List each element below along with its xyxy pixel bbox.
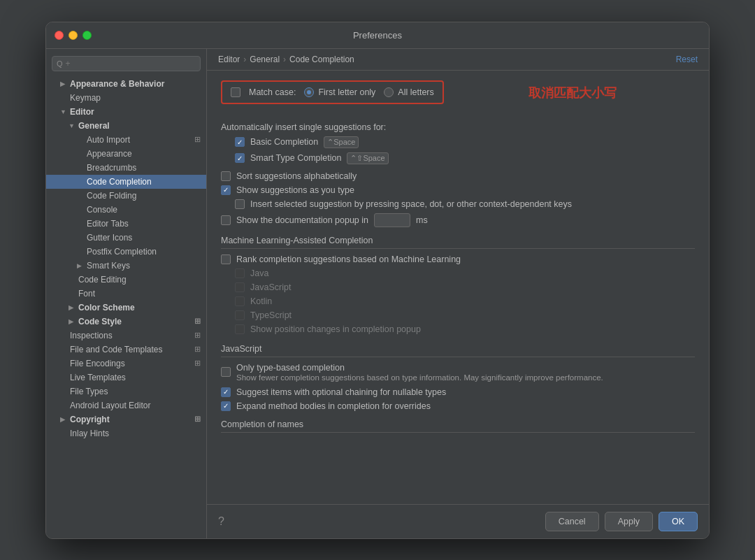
- minimize-button[interactable]: [69, 31, 78, 40]
- sidebar-item-copyright[interactable]: ▶ Copyright ⊞: [46, 412, 206, 426]
- doc-popup-ms-input[interactable]: 1000: [374, 213, 410, 227]
- main-content: Q ▶ Appearance & Behavior ▶ Keymap ▼ Edi…: [46, 49, 709, 538]
- only-type-based-row: Only type-based completion Show fewer co…: [221, 363, 695, 382]
- sidebar-item-appearance[interactable]: ▶ Appearance: [46, 147, 206, 161]
- show-doc-popup-checkbox[interactable]: [221, 215, 231, 225]
- search-icon: Q: [57, 59, 63, 68]
- suggest-chaining-checkbox[interactable]: [221, 387, 231, 397]
- show-doc-popup-row: Show the documentation popup in 1000 ms: [221, 213, 695, 227]
- expand-method-label: Expand method bodies in completion for o…: [236, 401, 431, 411]
- kotlin-checkbox[interactable]: [235, 296, 245, 306]
- radio-first-letter[interactable]: [304, 87, 314, 97]
- dialog-title: Preferences: [353, 30, 402, 41]
- arrow-icon: ▶: [77, 262, 84, 269]
- sidebar-item-inspections[interactable]: ▶ Inspections ⊞: [46, 329, 206, 343]
- sidebar-item-appearance-behavior[interactable]: ▶ Appearance & Behavior: [46, 77, 206, 91]
- ok-button[interactable]: OK: [659, 512, 698, 531]
- close-button[interactable]: [55, 31, 64, 40]
- match-case-box: Match case: First letter only All letter…: [221, 80, 444, 104]
- cancel-button[interactable]: Cancel: [545, 512, 599, 531]
- search-box[interactable]: Q: [52, 56, 201, 71]
- insert-selected-row: Insert selected suggestion by pressing s…: [221, 199, 695, 209]
- java-label: Java: [250, 268, 268, 278]
- title-bar: Preferences: [46, 22, 709, 49]
- sidebar-item-file-code-templates[interactable]: ▶ File and Code Templates ⊞: [46, 343, 206, 357]
- sidebar-item-keymap[interactable]: ▶ Keymap: [46, 91, 206, 105]
- breadcrumb-editor: Editor: [218, 55, 240, 64]
- arrow-icon: ▶: [69, 318, 76, 325]
- show-position-checkbox[interactable]: [235, 324, 245, 334]
- typescript-label: TypeScript: [250, 310, 292, 320]
- ml-section-header: Machine Learning-Assisted Completion: [221, 236, 695, 249]
- sidebar-item-file-types[interactable]: ▶ File Types: [46, 385, 206, 399]
- sidebar-item-code-folding[interactable]: ▶ Code Folding: [46, 189, 206, 203]
- sidebar-item-editor-tabs[interactable]: ▶ Editor Tabs: [46, 217, 206, 231]
- expand-method-checkbox[interactable]: [221, 401, 231, 411]
- radio-all-letters[interactable]: [384, 87, 394, 97]
- apply-button[interactable]: Apply: [605, 512, 653, 531]
- sidebar-item-general[interactable]: ▼ General: [46, 119, 206, 133]
- doc-icon: ⊞: [194, 331, 201, 340]
- sidebar-item-file-encodings[interactable]: ▶ File Encodings ⊞: [46, 357, 206, 371]
- reset-button[interactable]: Reset: [676, 55, 698, 64]
- only-type-based-checkbox[interactable]: [221, 367, 231, 377]
- sidebar-item-code-style[interactable]: ▶ Code Style ⊞: [46, 315, 206, 329]
- arrow-icon: ▼: [69, 122, 76, 129]
- doc-icon: ⊞: [194, 317, 201, 326]
- javascript-ml-row: JavaScript: [221, 282, 695, 292]
- show-suggestions-checkbox[interactable]: [221, 185, 231, 195]
- show-suggestions-label: Show suggestions as you type: [236, 185, 354, 195]
- sidebar-item-breadcrumbs[interactable]: ▶ Breadcrumbs: [46, 161, 206, 175]
- rank-ml-checkbox[interactable]: [221, 254, 231, 264]
- sort-alpha-row: Sort suggestions alphabetically: [221, 171, 695, 181]
- insert-selected-label: Insert selected suggestion by pressing s…: [250, 199, 572, 209]
- smart-type-shortcut: ⌃⇧Space: [347, 152, 388, 164]
- js-section-header: JavaScript: [221, 344, 695, 357]
- typescript-checkbox[interactable]: [235, 310, 245, 320]
- sort-alpha-checkbox[interactable]: [221, 171, 231, 181]
- breadcrumb-sep1: ›: [243, 55, 246, 64]
- suggest-chaining-label: Suggest items with optional chaining for…: [236, 387, 446, 397]
- doc-icon: ⊞: [194, 415, 201, 424]
- radio-first-letter-label: First letter only: [318, 87, 375, 97]
- java-checkbox[interactable]: [235, 268, 245, 278]
- javascript-ml-checkbox[interactable]: [235, 282, 245, 292]
- ms-unit-label: ms: [416, 215, 428, 225]
- sidebar-item-code-editing[interactable]: ▶ Code Editing: [46, 273, 206, 287]
- sidebar-item-editor[interactable]: ▼ Editor: [46, 105, 206, 119]
- breadcrumb-sep2: ›: [283, 55, 286, 64]
- insert-selected-checkbox[interactable]: [235, 199, 245, 209]
- sidebar-item-color-scheme[interactable]: ▶ Color Scheme: [46, 301, 206, 315]
- match-case-checkbox[interactable]: [231, 87, 240, 97]
- completion-names-header: Completion of names: [221, 419, 695, 433]
- preferences-dialog: Preferences Q ▶ Appearance & Behavior ▶ …: [45, 22, 710, 539]
- breadcrumb: Editor › General › Code Completion: [218, 55, 354, 64]
- window-controls: [55, 31, 92, 40]
- help-icon[interactable]: ?: [218, 515, 224, 528]
- sidebar-item-console[interactable]: ▶ Console: [46, 203, 206, 217]
- sidebar-item-code-completion[interactable]: ▶ Code Completion: [46, 175, 206, 189]
- show-doc-popup-label: Show the documentation popup in: [236, 215, 368, 225]
- auto-insert-label: Automatically insert single suggestions …: [221, 122, 386, 132]
- show-position-label: Show position changes in completion popu…: [250, 324, 421, 334]
- sidebar-item-auto-import[interactable]: ▶ Auto Import ⊞: [46, 133, 206, 147]
- only-type-based-content: Only type-based completion Show fewer co…: [236, 363, 603, 382]
- basic-completion-label: Basic Completion: [250, 137, 318, 147]
- javascript-ml-label: JavaScript: [250, 282, 291, 292]
- smart-type-checkbox[interactable]: [235, 153, 245, 163]
- maximize-button[interactable]: [82, 31, 92, 40]
- search-input[interactable]: [66, 59, 196, 69]
- sidebar-item-inlay-hints[interactable]: ▶ Inlay Hints: [46, 426, 206, 440]
- kotlin-row: Kotlin: [221, 296, 695, 306]
- sidebar-item-gutter-icons[interactable]: ▶ Gutter Icons: [46, 231, 206, 245]
- basic-completion-checkbox[interactable]: [235, 137, 245, 147]
- basic-completion-shortcut: ⌃Space: [324, 136, 359, 148]
- sidebar-item-android-layout-editor[interactable]: ▶ Android Layout Editor: [46, 399, 206, 412]
- sidebar-item-font[interactable]: ▶ Font: [46, 287, 206, 301]
- sidebar-item-live-templates[interactable]: ▶ Live Templates: [46, 371, 206, 385]
- doc-icon: ⊞: [194, 345, 201, 354]
- sidebar-item-smart-keys[interactable]: ▶ Smart Keys: [46, 259, 206, 273]
- sidebar-item-postfix-completion[interactable]: ▶ Postfix Completion: [46, 245, 206, 259]
- smart-type-label: Smart Type Completion: [250, 153, 341, 163]
- only-type-based-label: Only type-based completion: [236, 363, 603, 373]
